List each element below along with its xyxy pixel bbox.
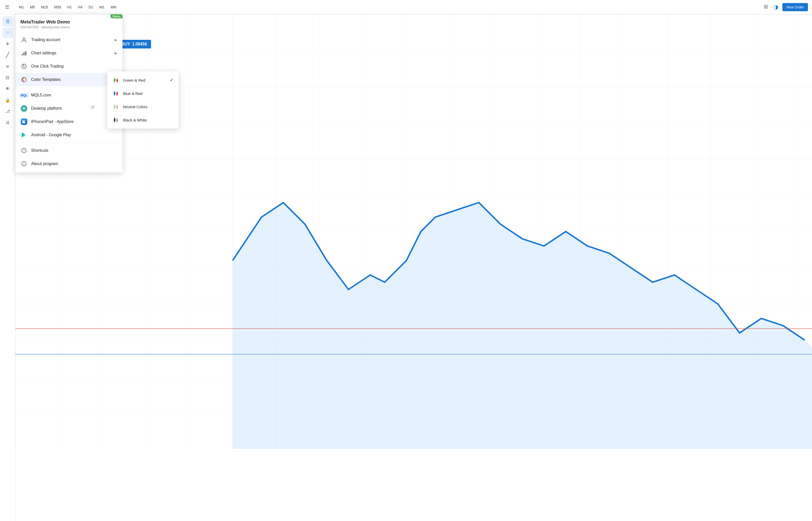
- top-toolbar: ☰ M1 M5 M15 M30 H1 H4 D1 W1 MN ⛓ ◑ New O…: [0, 0, 812, 14]
- chart-settings-icon: [20, 49, 27, 56]
- svg-rect-3: [23, 52, 24, 55]
- black-white-label: Black & White: [123, 118, 174, 122]
- chart-settings-label: Chart settings: [31, 51, 111, 55]
- buy-price: 1.08456: [132, 42, 147, 46]
- menu-item-shortcuts[interactable]: ? Shortcuts: [15, 144, 122, 157]
- timeframe-selector: M1 M5 M15 M30 H1 H4 D1 W1 MN: [16, 4, 119, 10]
- menu-item-about[interactable]: i About program: [15, 157, 122, 171]
- menu-item-iphone[interactable]: iPhone/iPad - AppStore: [15, 115, 122, 128]
- svg-rect-14: [114, 78, 115, 82]
- tf-m30[interactable]: M30: [51, 4, 64, 10]
- android-label: Android - Google Play: [31, 133, 117, 137]
- svg-text:?: ?: [23, 149, 25, 153]
- about-icon: i: [20, 160, 27, 167]
- mql5-icon: MQL: [20, 92, 27, 99]
- tf-h1[interactable]: H1: [65, 4, 74, 10]
- android-icon: [20, 131, 27, 139]
- one-click-trading-icon: [20, 63, 27, 70]
- chart-blue-line: [15, 354, 812, 355]
- svg-rect-23: [116, 92, 118, 95]
- trading-account-label: Trading account: [31, 38, 111, 42]
- iphone-label: iPhone/iPad - AppStore: [31, 119, 117, 124]
- menu-item-trading-account[interactable]: Trading account ▶: [15, 33, 122, 46]
- app-title: MetaTrader Web Demo: [20, 19, 117, 25]
- sidebar-cursor[interactable]: ☞: [3, 27, 13, 38]
- apple-icon: [20, 118, 27, 125]
- mql5-label: MQL5.com: [31, 93, 117, 97]
- tf-m15[interactable]: M15: [39, 4, 50, 10]
- desktop-platform-label: Desktop platform: [31, 106, 117, 111]
- chart-red-line: [15, 329, 812, 329]
- menu-item-mql5[interactable]: MQL MQL5.com: [15, 89, 122, 102]
- svg-rect-35: [116, 119, 118, 121]
- neutral-icon: [112, 103, 119, 110]
- svg-rect-4: [25, 51, 26, 55]
- color-templates-icon: [20, 76, 27, 83]
- hamburger-menu-button[interactable]: ☰: [4, 3, 10, 11]
- menu-header: MetaTrader Web Demo 5007807502 - MetaQuo…: [15, 16, 122, 33]
- sidebar-equalizer[interactable]: ⊟: [3, 72, 13, 83]
- svg-rect-17: [116, 79, 118, 82]
- green-red-icon: [112, 76, 119, 84]
- black-white-icon: [112, 116, 119, 123]
- tf-h4[interactable]: H4: [75, 4, 85, 10]
- svg-rect-26: [114, 105, 115, 108]
- trading-account-arrow: ▶: [115, 38, 117, 42]
- menu-item-color-templates[interactable]: Color Templates ▶: [15, 73, 122, 86]
- shortcuts-icon: ?: [20, 147, 27, 154]
- menu-item-desktop-platform[interactable]: M Desktop platform: [15, 102, 122, 115]
- svg-rect-32: [114, 118, 115, 121]
- menu-divider-1: [15, 87, 122, 88]
- sidebar-hamburger[interactable]: ☰: [3, 16, 13, 26]
- link-icon[interactable]: ⛓: [763, 3, 769, 11]
- green-red-label: Green & Red: [123, 78, 166, 83]
- color-templates-submenu: Green & Red ✓ Blue & Red: [107, 71, 179, 129]
- sidebar-crosshair[interactable]: ✛: [3, 39, 13, 49]
- svg-text:i: i: [23, 162, 24, 166]
- tf-m1[interactable]: M1: [16, 4, 26, 10]
- svg-rect-2: [22, 54, 23, 55]
- svg-rect-29: [116, 106, 118, 108]
- svg-point-8: [23, 79, 25, 81]
- menu-item-chart-settings[interactable]: Chart settings ▶: [15, 46, 122, 60]
- app-subtitle: 5007807502 - MetaQuotes-Demo: [20, 25, 117, 29]
- menu-item-one-click-trading[interactable]: One Click Trading: [15, 60, 122, 73]
- tf-m5[interactable]: M5: [27, 4, 37, 10]
- menu-item-android[interactable]: Android - Google Play: [15, 128, 122, 142]
- color-template-green-red[interactable]: Green & Red ✓: [107, 73, 179, 87]
- trading-account-icon: [20, 36, 27, 43]
- tf-mn[interactable]: MN: [108, 4, 119, 10]
- svg-point-6: [23, 66, 24, 67]
- shortcuts-label: Shortcuts: [31, 148, 117, 153]
- demo-badge: Demo: [111, 14, 122, 18]
- tf-d1[interactable]: D1: [86, 4, 96, 10]
- blue-red-label: Blue & Red: [123, 91, 174, 96]
- sidebar-line[interactable]: ╱: [3, 50, 13, 60]
- buy-label: BUY: [121, 42, 130, 46]
- main-menu: Demo MetaTrader Web Demo 5007807502 - Me…: [15, 14, 122, 173]
- color-template-neutral[interactable]: Neutral Colors: [107, 100, 179, 113]
- mt-logo-icon[interactable]: ◑: [772, 3, 779, 12]
- color-templates-label: Color Templates: [31, 77, 111, 82]
- toolbar-right: ⛓ ◑ New Order: [763, 3, 808, 12]
- about-label: About program: [31, 161, 117, 166]
- green-red-check: ✓: [170, 77, 174, 83]
- color-template-blue-red[interactable]: Blue & Red: [107, 87, 179, 100]
- one-click-trading-label: One Click Trading: [31, 64, 117, 69]
- neutral-label: Neutral Colors: [123, 105, 174, 109]
- blue-red-icon: [112, 90, 119, 97]
- svg-rect-20: [114, 92, 115, 95]
- sidebar-tree[interactable]: ⎇: [3, 106, 13, 116]
- new-order-button[interactable]: New Order: [783, 3, 808, 11]
- left-sidebar: ☰ ☞ ✛ ╱ ≋ ⊟ 👁 🔒 ⎇ 🖨: [0, 14, 15, 521]
- chart-settings-arrow: ▶: [115, 51, 117, 55]
- sidebar-multiline[interactable]: ≋: [3, 61, 13, 71]
- sidebar-lock[interactable]: 🔒: [3, 95, 13, 105]
- color-template-black-white[interactable]: Black & White: [107, 113, 179, 127]
- sidebar-printer[interactable]: 🖨: [3, 117, 13, 128]
- sidebar-eye[interactable]: 👁: [3, 84, 13, 94]
- tf-w1[interactable]: W1: [97, 4, 107, 10]
- desktop-platform-icon: M: [20, 105, 27, 112]
